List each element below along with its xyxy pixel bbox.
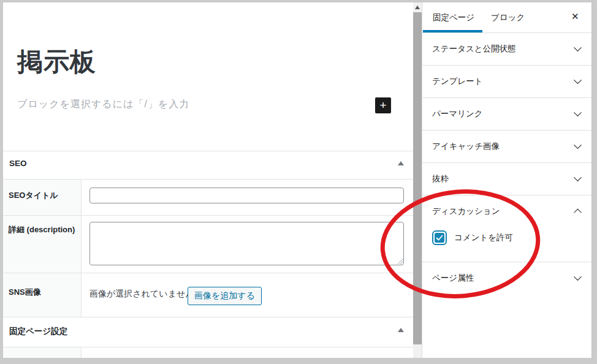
divider xyxy=(591,2,592,358)
panel-page-attributes[interactable]: ページ属性 xyxy=(422,262,591,294)
panel-template[interactable]: テンプレート xyxy=(422,65,591,97)
scrollbar-thumb[interactable] xyxy=(413,12,422,344)
panel-status-visibility[interactable]: ステータスと公開状態 xyxy=(422,32,591,65)
panel-label: 抜粋 xyxy=(432,173,449,184)
active-tab-underline xyxy=(423,30,482,32)
divider xyxy=(3,151,413,151)
tab-page[interactable]: 固定ページ xyxy=(433,12,474,23)
chevron-down-icon xyxy=(574,141,582,149)
sns-image-status: 画像が選択されていません xyxy=(89,289,194,300)
sidebar-tabs: 固定ページ ブロック ✕ xyxy=(422,2,591,32)
chevron-down-icon xyxy=(574,273,582,281)
panel-label: テンプレート xyxy=(432,76,483,87)
panel-label: アイキャッチ画像 xyxy=(432,141,500,152)
panel-excerpt[interactable]: 抜粋 xyxy=(422,162,591,195)
resize-handle-icon[interactable] xyxy=(398,259,403,264)
chevron-up-icon xyxy=(574,208,582,216)
chevron-down-icon xyxy=(574,173,582,181)
divider xyxy=(3,317,413,317)
panel-discussion[interactable]: ディスカッション xyxy=(422,195,591,227)
chevron-down-icon xyxy=(574,108,582,116)
panel-label: ステータスと公開状態 xyxy=(432,44,516,55)
seo-title-input[interactable] xyxy=(89,188,404,203)
settings-sidebar: 固定ページ ブロック ✕ ステータスと公開状態 テンプレート パーマリンク アイ… xyxy=(422,2,591,358)
collapse-arrow-icon[interactable] xyxy=(398,328,404,332)
page-title[interactable]: 掲示板 xyxy=(17,45,96,79)
label-cell xyxy=(3,347,82,358)
panel-permalink[interactable]: パーマリンク xyxy=(422,97,591,130)
chevron-down-icon xyxy=(574,44,582,51)
vertical-scrollbar[interactable] xyxy=(413,2,422,358)
sns-image-label: SNS画像 xyxy=(9,287,41,298)
block-inserter-button[interactable]: + xyxy=(375,97,391,113)
checkmark-icon xyxy=(435,233,444,243)
tab-block[interactable]: ブロック xyxy=(491,12,525,23)
panel-label: ディスカッション xyxy=(432,206,500,217)
page-settings-box-title: 固定ページ設定 xyxy=(9,326,67,337)
seo-description-textarea[interactable] xyxy=(89,222,404,265)
block-placeholder[interactable]: ブロックを選択するには「/」を入力 xyxy=(17,98,189,111)
allow-comments-label[interactable]: コメントを許可 xyxy=(454,230,513,245)
panel-label: パーマリンク xyxy=(432,108,483,119)
panel-featured-image[interactable]: アイキャッチ画像 xyxy=(422,130,591,162)
close-icon[interactable]: ✕ xyxy=(571,11,579,22)
panel-label: ページ属性 xyxy=(432,273,474,284)
allow-comments-checkbox[interactable] xyxy=(432,230,447,245)
chevron-down-icon xyxy=(574,76,582,84)
seo-title-label: SEOタイトル xyxy=(9,190,58,201)
seo-description-label: 詳細 (description) xyxy=(9,224,75,235)
add-image-button[interactable]: 画像を追加する xyxy=(188,287,262,305)
scroll-up-arrow-icon[interactable] xyxy=(413,2,422,12)
discussion-panel-content: コメントを許可 xyxy=(422,227,591,262)
editor-canvas: 掲示板 ブロックを選択するには「/」を入力 + SEO SEOタイトル 詳細 (… xyxy=(3,2,413,358)
collapse-arrow-icon[interactable] xyxy=(398,161,404,165)
seo-box-title: SEO xyxy=(9,159,27,168)
